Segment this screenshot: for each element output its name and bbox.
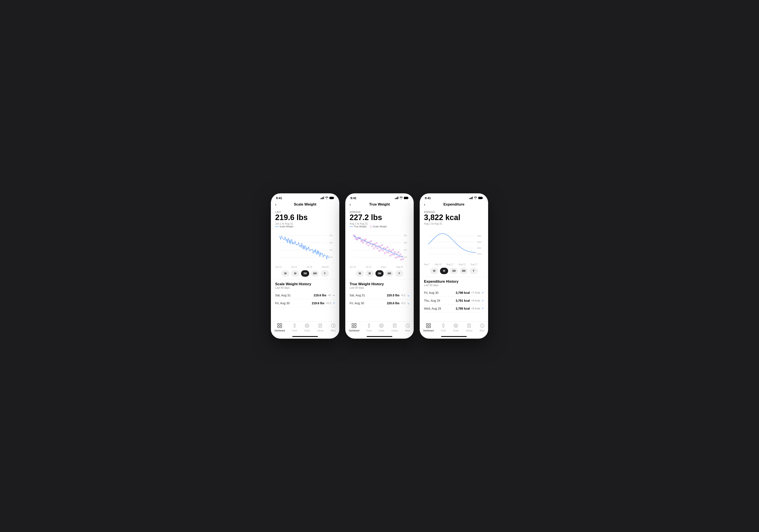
svg-rect-23 [395,198,396,199]
history-section: Expenditure History Last 90 days Fri, Au… [424,280,484,313]
svg-point-73 [389,255,391,256]
history-change: +6 kcal [471,299,480,302]
status-bar: 9:41 [345,193,414,202]
tab-food[interactable]: Food [441,323,446,332]
svg-point-49 [368,245,369,246]
time-btn-m[interactable]: M [366,270,374,277]
time-btn-m[interactable]: M [440,268,448,274]
svg-rect-118 [429,326,431,328]
time-btn-6m[interactable]: 6M [460,268,468,274]
tab-label-dashboard: Dashboard [274,329,285,332]
svg-point-75 [391,254,393,255]
history-date: Thu, Aug 29 [424,299,440,302]
battery-icon [404,197,409,200]
tab-bar: Dashboard Food Goals Library More [420,321,488,335]
back-button[interactable]: ‹ [275,202,276,207]
tab-label-goals: Goals [304,329,310,332]
svg-text:3850: 3850 [477,241,481,243]
tab-dashboard[interactable]: Dashboard [274,323,285,332]
time-btn-y[interactable]: Y [395,270,403,277]
time-selector: WM3M6MY [275,270,335,277]
tab-dashboard[interactable]: Dashboard [423,323,434,332]
svg-point-77 [393,254,394,255]
history-weight: 3,785 kcal [456,307,470,310]
tab-goals[interactable]: Goals [453,323,459,332]
time-btn-m[interactable]: M [291,270,299,277]
history-change: +0 [328,293,331,297]
metric-range: Aug 1 to Aug 31 [424,222,484,225]
tab-icon-food [441,323,446,329]
svg-point-59 [377,247,378,249]
history-arrow: ↗ [333,301,335,305]
history-weight: 3,798 kcal [456,291,470,294]
tab-label-food: Food [441,329,446,332]
tab-icon-goals [305,323,309,329]
svg-rect-115 [426,323,428,325]
tab-label-dashboard: Dashboard [423,329,434,332]
tab-food[interactable]: Food [292,323,297,332]
chart-legend: True WeightScale Weight [349,225,410,228]
signal-icon [469,197,473,200]
x-axis: Aug 7Aug 12Aug 17Aug 22Aug 27 [424,263,484,266]
svg-point-53 [371,245,373,247]
time-btn-w[interactable]: W [430,268,438,274]
time-btn-6m[interactable]: 6M [311,270,319,277]
history-arrow: ↗ [481,291,484,294]
tab-goals[interactable]: Goals [304,323,310,332]
tab-goals[interactable]: Goals [379,323,384,332]
history-section: Scale Weight History Last 90 days Sat, A… [275,282,335,307]
svg-point-85 [401,259,402,260]
time-btn-y[interactable]: Y [469,268,478,274]
history-date: Fri, Aug 30 [349,301,364,305]
tab-label-library: Library [317,329,324,332]
time-btn-3m[interactable]: 3M [450,268,458,274]
history-date: Sat, Aug 31 [349,293,365,297]
svg-rect-4 [330,197,334,199]
svg-point-67 [384,252,385,254]
time-btn-w[interactable]: W [356,270,364,277]
main-content: AVERAGE 227.2 lbs Aug 1 to Aug 31 True W… [345,208,414,314]
time-btn-6m[interactable]: 6M [385,270,393,277]
metric-value: 219.6 lbs [275,213,335,222]
history-row: Fri, Aug 30 3,798 kcal +7 kcal ↗ [424,289,484,297]
time-btn-3m[interactable]: 3M [376,270,383,277]
history-arrow: ↗ [481,307,484,310]
tab-library[interactable]: Library [317,323,324,332]
legend-item: Scale Weight [275,225,293,228]
svg-rect-105 [478,197,482,199]
tab-dashboard[interactable]: Dashboard [349,323,359,332]
status-time: 9:41 [276,196,282,200]
time-btn-y[interactable]: Y [321,270,329,277]
history-values: 219.6 lbs +0 → [314,293,335,297]
tab-food[interactable]: Food [367,323,372,332]
tab-library[interactable]: Library [466,323,472,332]
history-arrow: ↘ [407,293,410,297]
svg-point-63 [380,249,382,250]
svg-point-71 [388,252,389,253]
time-btn-w[interactable]: W [281,270,290,277]
svg-point-82 [398,251,399,253]
divider [420,277,488,277]
x-axis: Jun 22Jul 12Aug 1Aug 21 [349,266,410,268]
svg-rect-117 [426,326,428,328]
time-btn-3m[interactable]: 3M [301,270,309,277]
back-button[interactable]: ‹ [349,202,351,207]
svg-rect-101 [469,198,470,199]
home-indicator [441,336,467,337]
history-title: True Weight History [349,282,410,286]
back-button[interactable]: ‹ [424,202,425,207]
tab-more[interactable]: More [405,323,410,332]
svg-point-46 [365,239,366,240]
svg-rect-1 [322,198,322,199]
chart-area: 235230225220 Jun 22Jul 12Aug 1Aug 21 [349,230,410,268]
svg-rect-24 [396,198,397,199]
history-values: 3,791 kcal +6 kcal ↗ [456,299,484,302]
tab-library[interactable]: Library [391,323,398,332]
history-change: -0.1 [401,301,406,305]
time-selector: WM3M6MY [424,268,484,274]
wifi-icon [474,197,477,200]
tab-more[interactable]: More [480,323,485,332]
tab-more[interactable]: More [331,323,336,332]
chart-area: 235230225220 Jun 21Jul 11Jul 31Aug 20 [275,230,335,268]
nav-title: True Weight [369,202,390,207]
